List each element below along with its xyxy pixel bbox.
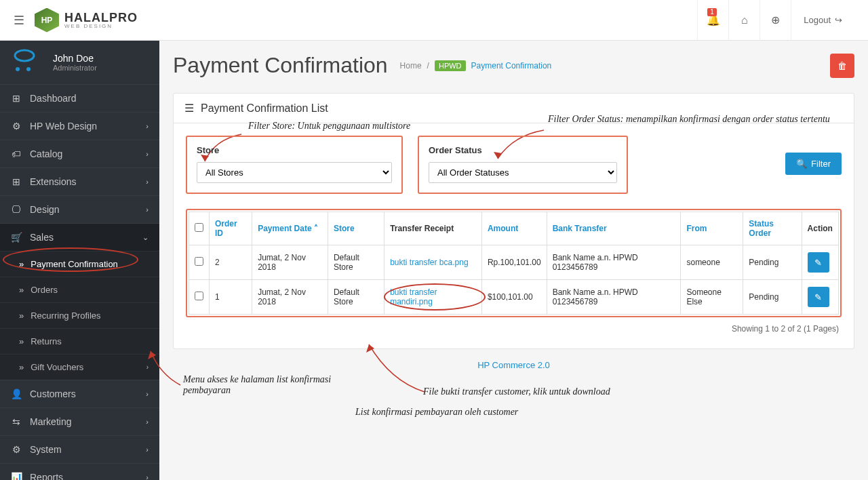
chevron-right-icon: › [146,122,149,130]
search-icon: 🔍 [796,159,807,169]
menu-toggle-icon[interactable]: ☰ [14,13,24,28]
cell-receipt-link[interactable]: bukti transfer bca.png [384,245,482,280]
nav-design[interactable]: 🖵Design› [0,195,159,223]
nav-extensions[interactable]: ⊞Extensions› [0,167,159,195]
nav-hpwd[interactable]: ⚙HP Web Design› [0,112,159,140]
nav-system[interactable]: ⚙System› [0,435,159,463]
nav-marketing[interactable]: ⇆Marketing› [0,407,159,435]
filter-store-select[interactable]: All Stores [197,162,392,183]
edit-button[interactable]: ✎ [808,287,829,307]
nav-sales-submenu: »Payment Confirmation »Orders »Recurring… [0,251,159,380]
user-block: John Doe Administrator [0,41,159,84]
logout-label: Logout [804,15,831,25]
chevron-right-icon: › [146,150,149,158]
annotation-file-receipt: File bukti transfer customer, klik untuk… [423,386,610,397]
nav-customers[interactable]: 👤Customers› [0,380,159,407]
crumb-badge: HPWD [435,60,466,71]
nav-catalog[interactable]: 🏷Catalog› [0,140,159,167]
topbar: ☰ HALALPRO WEB DESIGN 1 🔔 ⌂ ⊕ Logout ↪ [0,0,868,41]
th-status[interactable]: Status Order [743,212,802,245]
annotation-menu-access: Menu akses ke halaman list konfirmasi pe… [183,374,346,396]
filter-store-group: Store All Stores [186,136,403,194]
page-header: Payment Confirmation Home / HPWD Payment… [173,53,854,78]
main-content: Payment Confirmation Home / HPWD Payment… [159,41,868,480]
dbl-chevron-icon: » [19,336,24,346]
cell-amount: Rp.100,101.00 [481,245,547,280]
cell-status: Pending [743,245,802,280]
th-amount[interactable]: Amount [481,212,547,245]
select-all-checkbox[interactable] [195,223,203,232]
chevron-down-icon: ⌄ [142,233,149,242]
confirmation-table: Order ID Payment Date ˄ Store Transfer R… [189,212,839,315]
logo-sub-text: WEB DESIGN [64,24,138,29]
home-icon: ⌂ [741,14,748,26]
cog-icon: ⚙ [11,444,22,455]
crumb-current[interactable]: Payment Confirmation [471,61,552,71]
monitor-icon: 🖵 [11,204,22,215]
table-footer: Showing 1 to 2 of 2 (1 Pages) [186,317,842,336]
notification-badge: 1 [707,8,717,16]
cell-store: Default Store [328,280,384,315]
filter-button[interactable]: 🔍Filter [785,153,842,175]
sort-asc-icon: ˄ [314,224,318,233]
cell-status: Pending [743,280,802,315]
row-checkbox[interactable] [195,292,203,300]
th-store[interactable]: Store [328,212,384,245]
filter-status-select[interactable]: All Order Statuses [429,162,617,183]
list-icon: ☰ [184,102,194,115]
subnav-payment-confirmation[interactable]: »Payment Confirmation [0,251,159,277]
cart-icon: 🛒 [11,232,22,243]
panel-title: Payment Confirmation List [201,102,328,115]
row-checkbox[interactable] [195,257,203,266]
chevron-right-icon: › [146,445,149,454]
logout-icon: ↪ [835,15,842,25]
footer-link-anchor[interactable]: HP Commerce 2.0 [477,360,550,370]
dbl-chevron-icon: » [19,285,24,295]
nav-reports[interactable]: 📊Reports› [0,463,159,480]
th-order-id[interactable]: Order ID [210,212,252,245]
chevron-right-icon: › [146,363,149,371]
edit-button[interactable]: ✎ [808,252,829,273]
cell-receipt-link[interactable]: bukti transfer mandiri.png [384,280,482,315]
svg-point-0 [15,50,34,61]
panel: ☰ Payment Confirmation List Filter Store… [173,93,854,349]
user-name: John Doe [53,53,97,64]
gear-icon: ⚙ [11,121,22,132]
subnav-recurring[interactable]: »Recurring Profiles [0,302,159,328]
annotation-list-confirm: List konfirmasi pembayaran oleh customer [355,407,518,418]
pencil-icon: ✎ [814,292,822,302]
notification-button[interactable]: 1 🔔 [697,0,728,41]
cell-from: someone [681,245,743,280]
th-action: Action [802,212,838,245]
subnav-gift-vouchers[interactable]: »Gift Vouchers› [0,354,159,380]
cell-payment-date: Jumat, 2 Nov 2018 [252,280,328,315]
logo-cube-icon [35,8,59,33]
subnav-orders[interactable]: »Orders [0,277,159,302]
th-receipt: Transfer Receipt [384,212,482,245]
crumb-home[interactable]: Home [400,61,422,71]
filter-store-label: Store [197,145,392,155]
footer-link: HP Commerce 2.0 [173,360,854,370]
subnav-returns[interactable]: »Returns [0,328,159,354]
home-button[interactable]: ⌂ [728,0,760,41]
user-role: Administrator [53,64,97,72]
th-bank[interactable]: Bank Transfer [547,212,681,245]
logo[interactable]: HALALPRO WEB DESIGN [35,8,138,33]
trash-icon: 🗑 [837,60,847,71]
nav-sales[interactable]: 🛒Sales⌄ [0,223,159,251]
logout-button[interactable]: Logout ↪ [791,0,854,41]
chevron-right-icon: › [146,178,149,186]
dashboard-icon: ⊞ [11,93,22,104]
tag-icon: 🏷 [11,148,22,159]
share-icon: ⇆ [11,416,22,427]
nav-dashboard[interactable]: ⊞Dashboard [0,84,159,112]
avatar-icon [11,49,45,76]
dbl-chevron-icon: » [19,259,24,269]
table-wrapper: Order ID Payment Date ˄ Store Transfer R… [186,209,842,317]
th-payment-date[interactable]: Payment Date ˄ [252,212,328,245]
th-from[interactable]: From [681,212,743,245]
globe-button[interactable]: ⊕ [760,0,791,41]
delete-button[interactable]: 🗑 [830,54,854,78]
chevron-right-icon: › [146,205,149,214]
chevron-right-icon: › [146,473,149,480]
